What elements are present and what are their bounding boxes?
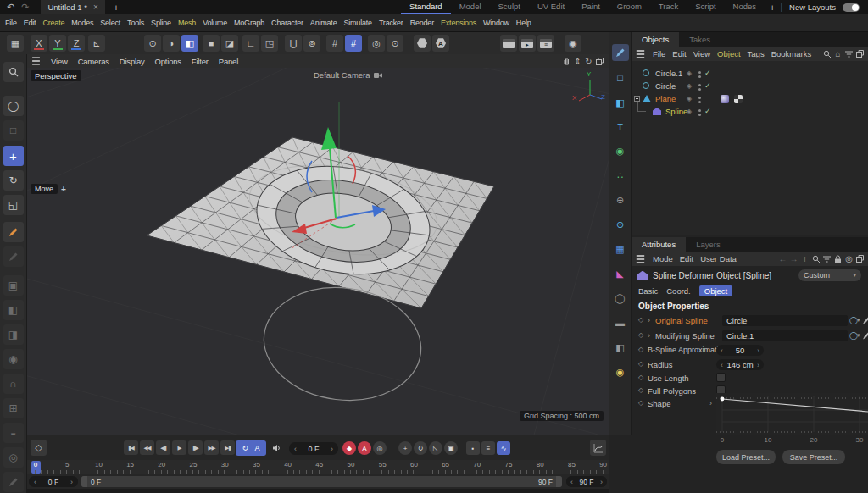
rotate-tool[interactable]: ↻ (3, 170, 24, 191)
z-axis-lock-button[interactable]: Z (68, 35, 85, 52)
tab-objects[interactable]: Objects (632, 32, 679, 47)
timeline-ruler[interactable]: 0 051015202530354045505560657075808590 (27, 460, 609, 474)
keyframe-mode-button[interactable]: A (254, 444, 259, 452)
filter-icon[interactable] (843, 48, 854, 59)
menu-simulate[interactable]: Simulate (340, 19, 375, 27)
objects-menu-bookmarks[interactable]: Bookmarks (768, 49, 815, 58)
sky-icon[interactable]: ◯ (612, 290, 629, 307)
enable-check-icon[interactable]: ✓ (704, 107, 711, 115)
menu-mograph[interactable]: MoGraph (231, 19, 268, 27)
prev-frame-button[interactable]: ◀▮ (156, 440, 170, 455)
history-forward-icon[interactable]: → (788, 253, 799, 264)
goto-start-button[interactable]: ▮◀ (124, 440, 138, 455)
pan-view-icon[interactable] (561, 56, 572, 67)
menu-select[interactable]: Select (97, 19, 124, 27)
model-mode-button[interactable]: ■ (203, 35, 220, 52)
set-keyframe-button[interactable]: ◇ (31, 440, 47, 456)
layout-tab-standard[interactable]: Standard (401, 0, 451, 14)
animation-layers-icon[interactable]: ≡ (481, 441, 495, 455)
tab-layers[interactable]: Layers (686, 237, 731, 252)
safe-frames-button[interactable]: ◎ (368, 35, 385, 52)
viewport-menu-icon[interactable] (32, 57, 40, 65)
document-tab[interactable]: Untitled 1 * × (41, 0, 104, 14)
polygons-mode-button[interactable]: ◧ (181, 35, 198, 52)
rect-selection-tool[interactable]: □ (3, 120, 24, 141)
range-end-handle[interactable] (556, 476, 562, 487)
layout-tab-model[interactable]: Model (451, 0, 490, 14)
points-mode-button[interactable]: ⊙ (144, 35, 161, 52)
render-view-button[interactable] (500, 35, 517, 52)
quantize-button[interactable]: # (326, 35, 343, 52)
rings-tool-icon[interactable]: ◎ (3, 447, 24, 468)
add-layout-icon[interactable]: + (765, 3, 780, 13)
keyframe-selection-button[interactable]: ◎ (373, 441, 387, 455)
rectangle-spline-icon[interactable]: □ (612, 69, 629, 86)
search-icon[interactable] (821, 48, 832, 59)
generator-gear-icon[interactable]: ⊕ (612, 191, 629, 208)
live-selection-tool[interactable]: ◯ (3, 96, 24, 116)
lock-icon[interactable] (832, 253, 843, 264)
chevron-down-icon[interactable]: ▾ (857, 317, 860, 324)
enable-check-icon[interactable]: ✓ (704, 81, 711, 90)
tab-coord[interactable]: Coord. (666, 286, 691, 296)
extrude-tool-icon[interactable]: ◨ (3, 324, 24, 345)
visibility-dots[interactable] (698, 84, 701, 86)
tree-row-plane[interactable]: Plane ◈ (632, 93, 868, 106)
shape-curve-editor[interactable] (716, 393, 868, 435)
maximize-view-icon[interactable] (594, 56, 605, 67)
layout-tab-paint[interactable]: Paint (573, 0, 609, 14)
cloner-icon[interactable]: ∴ (612, 167, 629, 184)
subdivision-surface-icon[interactable]: ◉ (612, 142, 629, 159)
sketch-tool[interactable] (3, 246, 24, 267)
tree-row-circle1[interactable]: Circle.1 ◈ ✓ (632, 68, 868, 80)
range-start-handle[interactable] (81, 476, 87, 487)
range-start-field[interactable]: ‹ 0 F › (29, 476, 78, 487)
viewport-menu-cameras[interactable]: Cameras (73, 57, 114, 66)
history-back-icon[interactable]: ← (777, 253, 788, 264)
range-end-field[interactable]: ‹ 90 F › (566, 476, 607, 487)
bridge-tool-icon[interactable]: ∩ (3, 374, 24, 394)
knife-tool-icon[interactable] (3, 472, 24, 492)
layer-icon[interactable]: ◈ (687, 95, 692, 102)
attributes-menu-mode[interactable]: Mode (649, 254, 676, 263)
close-tab-icon[interactable]: × (93, 3, 98, 12)
bspline-approximation-stepper[interactable]: ‹ 50 › (716, 345, 764, 356)
current-frame-field[interactable]: ‹ 0 F › (289, 442, 338, 455)
viewport-menu-options[interactable]: Options (150, 57, 186, 66)
menu-extensions[interactable]: Extensions (437, 19, 480, 27)
phong-tag-icon[interactable] (721, 95, 729, 103)
radius-stepper[interactable]: ‹ 146 cm › (716, 359, 764, 370)
enable-snap-button[interactable]: ⋃ (285, 35, 302, 52)
menu-tools[interactable]: Tools (124, 19, 147, 27)
render-animation-button[interactable]: ▸ (519, 35, 536, 52)
visibility-dots[interactable] (698, 97, 701, 99)
objects-menu-object[interactable]: Object (714, 49, 743, 58)
next-key-button[interactable]: ▶▶ (204, 440, 219, 455)
home-icon[interactable]: ⌂ (832, 48, 843, 59)
view-label[interactable]: Perspective (31, 70, 81, 81)
add-tab-icon[interactable]: + (114, 3, 119, 13)
pencil-icon[interactable] (862, 331, 868, 340)
objects-menu-icon[interactable] (637, 49, 644, 58)
camera-object-icon[interactable]: ◧ (612, 339, 629, 356)
cage-tool-icon[interactable]: ⊞ (3, 398, 24, 418)
render-region-button[interactable]: ⊙ (387, 35, 403, 52)
tree-row-circle[interactable]: Circle ◈ ✓ (632, 80, 868, 93)
menu-edit[interactable]: Edit (20, 19, 40, 27)
collapse-expander-icon[interactable] (634, 96, 640, 102)
y-axis-lock-button[interactable]: Y (49, 35, 66, 52)
objects-menu-view[interactable]: View (690, 49, 714, 58)
new-layouts-link[interactable]: New Layouts (782, 3, 843, 12)
platonic-icon[interactable]: ⊙ (612, 216, 629, 233)
viewport-menu-panel[interactable]: Panel (214, 57, 243, 66)
popout-icon[interactable] (854, 48, 865, 59)
objects-menu-tags[interactable]: Tags (744, 49, 768, 58)
chevron-down-icon[interactable]: ▾ (857, 332, 860, 339)
find-tool[interactable] (3, 62, 24, 82)
tab-object[interactable]: Object (699, 285, 732, 296)
layer-icon[interactable]: ◈ (687, 82, 692, 90)
visibility-dots[interactable] (698, 109, 701, 112)
texture-tag-icon[interactable] (734, 95, 743, 103)
goto-end-button[interactable]: ▶▮ (220, 440, 235, 455)
deformer-icon[interactable]: ◣ (612, 265, 629, 282)
